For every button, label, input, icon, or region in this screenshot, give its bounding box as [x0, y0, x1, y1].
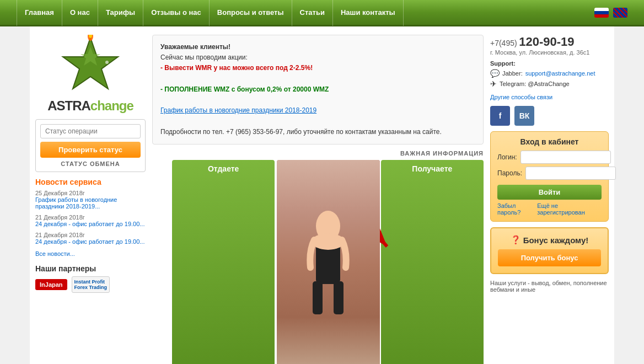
- logo-text: ASTRAchange: [35, 98, 146, 114]
- info-line1: Сейчас мы проводим акции:: [160, 53, 248, 61]
- exchange-table-header: Отдаете: [152, 160, 484, 364]
- right-sidebar: +7(495) 120-90-19 г. Москва, ул. Люсинов…: [490, 35, 609, 364]
- support-section: Support: 💬 Jabber: support@astrachange.n…: [490, 60, 609, 88]
- svg-point-1: [77, 46, 82, 51]
- login-input[interactable]: [520, 151, 611, 164]
- partners-title: Наши партнеры: [35, 264, 146, 273]
- center-column: Уважаемые клиенты! Сейчас мы проводим ак…: [152, 35, 484, 364]
- bonus-title: ❓ Бонус каждому!: [498, 235, 601, 245]
- status-label: СТАТУС ОБМЕНА: [40, 160, 141, 167]
- other-ways-link[interactable]: Другие способы связи: [490, 94, 609, 100]
- main-content: ASTRAchange Проверить статус СТАТУС ОБМЕ…: [30, 26, 614, 364]
- contact-section: +7(495) 120-90-19 г. Москва, ул. Люсинов…: [490, 35, 609, 126]
- navigation: Главная О нас Тарифы Отзывы о нас Вопрос…: [0, 0, 644, 26]
- col-header-poluchaete: Получаете: [381, 160, 484, 364]
- info-greeting: Уважаемые клиенты!: [160, 43, 230, 51]
- nav-contacts[interactable]: Наши контакты: [333, 0, 404, 26]
- login-box: Вход в кабинет Логин: Пароль: Войти Забы…: [490, 131, 609, 222]
- flag-en[interactable]: [613, 8, 627, 18]
- partner-instaforex[interactable]: Instant ProfitForex Trading: [72, 276, 110, 293]
- login-row-password: Пароль:: [497, 167, 602, 180]
- svg-rect-12: [313, 281, 323, 314]
- login-label: Логин:: [497, 153, 517, 161]
- left-sidebar: ASTRAchange Проверить статус СТАТУС ОБМЕ…: [35, 35, 146, 364]
- all-news-link[interactable]: Все новости...: [35, 250, 75, 257]
- svg-rect-13: [334, 281, 344, 314]
- info-box: Уважаемые клиенты! Сейчас мы проводим ак…: [152, 35, 484, 144]
- news-item-2: 21 Декабря 2018г 24 декабря - офис работ…: [35, 214, 146, 227]
- login-links: Забыл пароль? Ещё не зарегистрирован: [497, 202, 602, 216]
- jabber-label: Jabber:: [502, 70, 523, 77]
- vk-button[interactable]: ВК: [514, 106, 534, 126]
- info-line2: - Вывести WMR у нас можно всего под 2-2.…: [160, 64, 313, 72]
- svg-point-3: [105, 61, 109, 64]
- status-box: Проверить статус СТАТУС ОБМЕНА: [35, 119, 146, 172]
- login-row-username: Логин:: [497, 151, 602, 164]
- jabber-line: 💬 Jabber: support@astrachange.net: [490, 69, 609, 78]
- telegram-label: Telegram: @AstraChange: [500, 81, 570, 87]
- news-link-1[interactable]: График работы в новогодние праздники 201…: [35, 196, 146, 210]
- info-line3: - ПОПОЛНЕНИЕ WMZ с бонусом 0,2% от 20000…: [160, 85, 329, 93]
- password-input[interactable]: [525, 167, 616, 180]
- info-line4: Подробности по тел. +7 (965) 353-56-97, …: [160, 128, 442, 136]
- bonus-icon: ❓: [511, 235, 521, 245]
- status-input[interactable]: [40, 124, 141, 138]
- nav-tariffs[interactable]: Тарифы: [98, 0, 143, 26]
- news-title: Новости сервиса: [35, 178, 146, 186]
- social-links: f ВК: [490, 106, 609, 126]
- telegram-icon: ✈: [490, 79, 497, 88]
- jabber-value: support@astrachange.net: [525, 70, 595, 77]
- nav-faq[interactable]: Вопросы и ответы: [210, 0, 292, 26]
- forgot-password-link[interactable]: Забыл пароль?: [497, 202, 537, 216]
- facebook-button[interactable]: f: [490, 106, 510, 126]
- nav-about[interactable]: О нас: [62, 0, 98, 26]
- nav-home[interactable]: Главная: [17, 0, 62, 26]
- col-header-otdaete: Отдаете: [172, 160, 275, 364]
- logo-area: ASTRAchange: [35, 35, 146, 114]
- girl-silhouette: [306, 210, 350, 320]
- phone-number: +7(495) 120-90-19: [490, 35, 609, 49]
- login-title: Вход в кабинет: [497, 137, 602, 146]
- bonus-box: ❓ Бонус каждому! Получить бонус: [490, 227, 609, 274]
- svg-point-2: [100, 44, 103, 47]
- get-bonus-button[interactable]: Получить бонус: [498, 249, 601, 266]
- jabber-icon: 💬: [490, 69, 500, 78]
- news-item-3: 21 Декабря 2018г 24 декабря - офис работ…: [35, 232, 146, 245]
- address: г. Москва, ул. Люсиновская, д. 36с1: [490, 49, 609, 56]
- nav-reviews[interactable]: Отзывы о нас: [143, 0, 210, 26]
- login-button[interactable]: Войти: [497, 185, 602, 200]
- news-item-1: 25 Декабря 2018г График работы в новогод…: [35, 190, 146, 210]
- news-section: Новости сервиса 25 Декабря 2018г График …: [35, 178, 146, 258]
- svg-marker-0: [63, 38, 118, 89]
- info-link[interactable]: График работы в новогодние праздники 201…: [160, 106, 316, 114]
- telegram-line: ✈ Telegram: @AstraChange: [490, 79, 609, 88]
- language-switcher: [594, 8, 627, 18]
- news-link-3[interactable]: 24 декабря - офис работает до 19.00...: [35, 238, 146, 245]
- partner-injapan[interactable]: InJapan: [35, 279, 67, 290]
- news-link-2[interactable]: 24 декабря - офис работает до 19.00...: [35, 221, 146, 227]
- important-label: ВАЖНАЯ ИНФОРМАЦИЯ: [152, 150, 484, 157]
- nav-articles[interactable]: Статьи: [292, 0, 333, 26]
- register-link[interactable]: Ещё не зарегистрирован: [537, 202, 602, 216]
- check-status-button[interactable]: Проверить статус: [40, 142, 141, 158]
- flag-ru[interactable]: [594, 8, 609, 18]
- exchange-table: ВАЖНАЯ ИНФОРМАЦИЯ Отдаете: [152, 150, 484, 364]
- password-label: Пароль:: [497, 169, 522, 177]
- partners-logos: InJapan Instant ProfitForex Trading: [35, 276, 146, 293]
- bottom-text: Наши услуги - вывод, обмен, пополнение в…: [490, 280, 609, 293]
- logo-star: [57, 35, 124, 95]
